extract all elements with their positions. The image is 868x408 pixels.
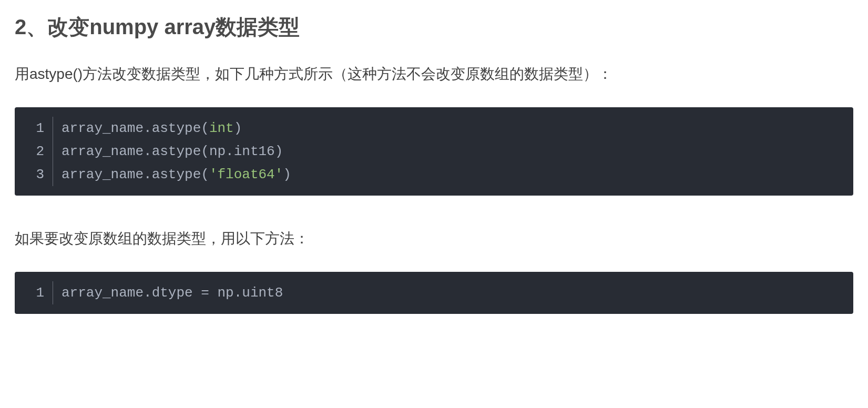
code-token: . (144, 281, 152, 304)
code-token: ) (275, 140, 283, 163)
line-number: 3 (27, 163, 44, 186)
code-line: array_name.dtype = np.uint8 (62, 281, 841, 304)
code-token: . (226, 140, 234, 163)
code-token: array_name (62, 140, 144, 163)
code-token: uint8 (242, 281, 283, 304)
code-token: 'float64' (209, 163, 283, 186)
section-heading: 2、改变numpy array数据类型 (15, 13, 853, 42)
line-number: 1 (27, 117, 44, 140)
code-token: int16 (234, 140, 275, 163)
paragraph-1: 用astype()方法改变数据类型，如下几种方式所示（这种方法不会改变原数组的数… (15, 63, 853, 86)
code-content: array_name.dtype = np.uint8 (62, 281, 841, 304)
gutter-separator (53, 117, 53, 187)
code-token: array_name (62, 117, 144, 140)
code-token: = (201, 281, 209, 304)
code-token: np (209, 281, 234, 304)
code-content: array_name.astype(int) array_name.astype… (62, 117, 841, 187)
code-token: ) (234, 117, 242, 140)
line-number: 1 (27, 281, 44, 304)
code-token: . (144, 163, 152, 186)
code-token: ) (283, 163, 291, 186)
code-line: array_name.astype('float64') (62, 163, 841, 186)
code-line: array_name.astype(np.int16) (62, 140, 841, 163)
code-token: ( (201, 117, 209, 140)
code-block-1: 1 2 3 array_name.astype(int) array_name.… (15, 107, 853, 196)
code-token: . (144, 117, 152, 140)
code-line: array_name.astype(int) (62, 117, 841, 140)
code-token: astype (152, 163, 201, 186)
code-gutter: 1 (27, 281, 44, 304)
code-token: dtype (152, 281, 201, 304)
code-token: astype (152, 140, 201, 163)
code-token: astype (152, 117, 201, 140)
code-token: np (209, 140, 226, 163)
code-token: array_name (62, 281, 144, 304)
code-token: ( (201, 163, 209, 186)
code-token: ( (201, 140, 209, 163)
gutter-separator (53, 281, 53, 304)
code-token: array_name (62, 163, 144, 186)
code-block-2: 1 array_name.dtype = np.uint8 (15, 272, 853, 314)
line-number: 2 (27, 140, 44, 163)
code-token: int (209, 117, 234, 140)
paragraph-2: 如果要改变原数组的数据类型，用以下方法： (15, 227, 853, 251)
code-gutter: 1 2 3 (27, 117, 44, 187)
code-token: . (144, 140, 152, 163)
code-token: . (234, 281, 242, 304)
